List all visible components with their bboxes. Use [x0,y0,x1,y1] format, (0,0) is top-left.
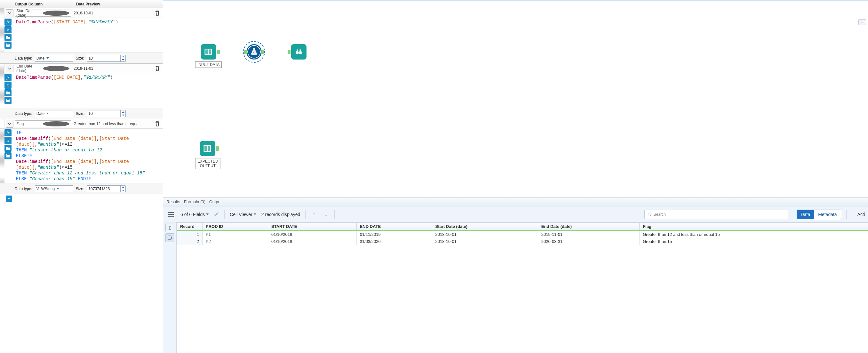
table-cell[interactable]: 2 [177,238,203,245]
collapse-button[interactable] [6,120,13,128]
spinner-up[interactable] [121,186,125,189]
fx-button[interactable]: fx [4,74,11,81]
expression-editor[interactable]: DateTimeParse([END DATE],"%d/%m/%Y") [14,73,163,108]
size-spinner[interactable] [87,55,126,62]
save-button[interactable] [4,97,11,104]
table-cell[interactable]: P2 [203,238,268,245]
spinner-down[interactable] [121,114,125,117]
output-column-select[interactable]: Start Date (date)✕ [15,9,71,17]
drag-handle[interactable] [0,129,4,183]
expression-editor[interactable]: DateTimeParse([START DATE],"%d/%m/%Y") [14,18,163,53]
table-cell[interactable]: 1 [177,231,203,238]
actions-label[interactable]: Acti [858,212,865,217]
spinner-down[interactable] [121,189,125,192]
output-column-select[interactable]: Flag✕ [15,120,71,127]
drag-handle[interactable] [0,64,4,73]
table-row[interactable]: 1P101/10/201801/11/20192018-10-012019-11… [177,231,868,238]
size-input[interactable] [87,186,120,192]
search-input[interactable]: Search [644,210,788,219]
table-cell[interactable]: 2019-11-01 [538,231,639,238]
collapse-button[interactable] [6,65,13,72]
node-expected-output[interactable]: EXPECTED OUTPUT [195,141,220,169]
data-tab[interactable]: Data [797,210,814,219]
input-port[interactable] [288,50,290,54]
workflow-canvas[interactable]: – INPUT DATA [163,0,868,192]
table-cell[interactable]: 31/03/2020 [356,238,432,245]
x-var-button[interactable]: x [4,26,11,33]
folder-button[interactable] [4,34,11,41]
size-input[interactable] [87,55,120,61]
output-port[interactable] [217,50,220,54]
save-button[interactable] [4,152,11,159]
folder-button[interactable] [4,89,11,96]
fields-dropdown[interactable]: 6 of 6 Fields [181,212,209,217]
input-port[interactable] [244,50,247,54]
sigma-icon[interactable]: ∑ [165,223,174,232]
delete-button[interactable] [154,65,161,72]
spinner-up[interactable] [121,55,125,58]
table-cell[interactable]: Greater than 12 and less than or equal 1… [640,231,868,238]
metadata-tab[interactable]: Metadata [814,210,841,219]
spinner-down[interactable] [121,58,125,61]
drag-handle[interactable] [0,119,4,128]
drag-handle[interactable] [0,18,4,53]
drag-handle[interactable] [0,8,4,18]
clear-icon[interactable]: ✕ [43,121,69,126]
node-browse[interactable] [291,44,307,60]
node-input-data[interactable]: INPUT DATA [195,44,222,68]
delete-button[interactable] [154,9,161,17]
table-cell[interactable]: 2018-10-01 [432,231,538,238]
arrow-down-icon[interactable]: ↓ [322,211,329,217]
column-header[interactable]: PROD ID [203,223,268,231]
output-port[interactable] [261,50,264,54]
table-cell[interactable]: 2020-03-31 [538,238,639,245]
column-header[interactable]: END DATE [356,223,432,231]
table-cell[interactable]: P1 [203,231,268,238]
add-formula-button[interactable]: + [6,196,12,202]
shape-icon[interactable] [165,233,174,242]
data-type-select[interactable]: Date [35,55,73,62]
size-spinner[interactable] [87,185,126,192]
size-spinner[interactable] [87,110,126,117]
fx-button[interactable]: fx [4,129,11,136]
column-header[interactable]: Start Date (date) [432,223,538,231]
x-var-button[interactable]: x [4,82,11,89]
clear-icon[interactable]: ✕ [43,66,69,71]
table-cell[interactable]: 01/11/2019 [356,231,432,238]
spinner-up[interactable] [121,110,125,114]
table-cell[interactable]: 01/10/2018 [268,231,357,238]
column-header[interactable]: START DATE [268,223,357,231]
data-type-select[interactable]: V_WString [35,185,73,192]
expression-editor[interactable]: IFDateTimeDiff([End Date (date)],[Start … [14,129,163,183]
output-port[interactable] [216,146,219,151]
node-label[interactable]: EXPECTED OUTPUT [195,158,220,169]
x-var-button[interactable]: x [4,137,11,144]
node-label[interactable]: INPUT DATA [195,61,222,68]
clear-icon[interactable]: ✕ [43,10,69,16]
delete-button[interactable] [154,120,161,127]
drag-handle[interactable] [0,73,4,108]
fx-button[interactable]: fx [4,19,11,26]
results-grid[interactable]: RecordPROD IDSTART DATEEND DATEStart Dat… [177,223,868,353]
column-header[interactable]: Flag [640,223,868,231]
size-input[interactable] [87,110,120,117]
connection-formula-to-browse[interactable] [265,56,292,56]
table-cell[interactable]: 01/10/2018 [268,238,357,245]
hamburger-icon[interactable] [166,210,175,219]
table-row[interactable]: 2P201/10/201831/03/20202018-10-012020-03… [177,238,868,245]
collapse-button[interactable] [6,9,13,17]
svg-rect-7 [297,50,298,52]
table-cell[interactable]: 2018-10-01 [432,238,538,245]
save-button[interactable] [4,41,11,49]
column-header[interactable]: Record [177,223,203,231]
cell-viewer-dropdown[interactable]: Cell Viewer [230,212,256,217]
table-cell[interactable]: Greater than 15 [640,238,868,245]
arrow-up-icon[interactable]: ↑ [311,211,317,217]
data-type-select[interactable]: Date [35,110,73,117]
check-icon[interactable]: ✔ [214,211,219,218]
folder-button[interactable] [4,145,11,152]
column-header[interactable]: End Date (date) [538,223,639,231]
output-column-select[interactable]: End Date (date)✕ [15,65,71,72]
minimize-button[interactable]: – [859,19,866,25]
node-formula[interactable] [246,44,262,60]
